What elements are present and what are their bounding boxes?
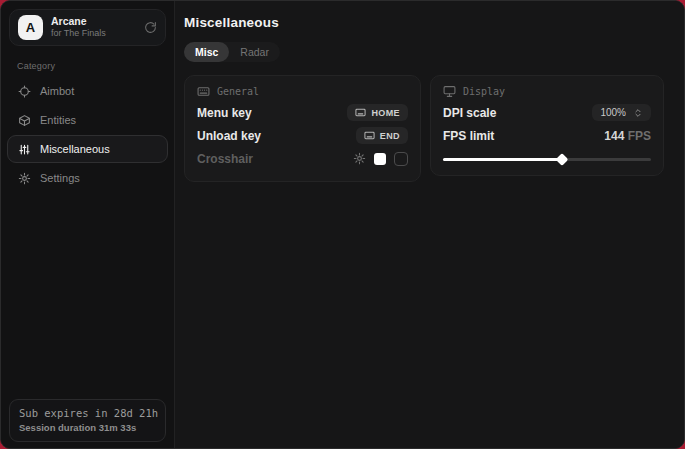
sidebar-item-label: Aimbot [40, 85, 74, 97]
tab-bar: Misc Radar [184, 42, 280, 62]
keyboard-icon [364, 130, 375, 141]
fps-limit-row: FPS limit 144 FPS [443, 124, 651, 147]
app-subtitle: for The Finals [51, 28, 106, 39]
dpi-scale-select[interactable]: 100% [592, 104, 651, 121]
crosshair-label: Crosshair [197, 152, 253, 166]
aimbot-target-icon [18, 85, 31, 98]
unload-key-label: Unload key [197, 129, 261, 143]
gear-icon [18, 172, 31, 185]
app-logo: A [18, 15, 43, 40]
general-card-header: General [197, 85, 408, 98]
fps-limit-label: FPS limit [443, 129, 494, 143]
sidebar-item-miscellaneous[interactable]: Miscellaneous [7, 135, 168, 163]
sidebar-item-aimbot[interactable]: Aimbot [7, 77, 168, 105]
display-card: Display DPI scale 100% FPS limit [430, 75, 664, 176]
crosshair-checkbox[interactable] [394, 152, 408, 166]
session-duration-text: Session duration 31m 33s [19, 422, 156, 433]
keyboard-icon [197, 85, 210, 98]
fps-unit: FPS [628, 129, 651, 143]
sidebar-item-label: Entities [40, 114, 76, 126]
slider-thumb[interactable] [555, 153, 568, 166]
tab-misc[interactable]: Misc [184, 42, 229, 62]
unload-key-row: Unload key END [197, 124, 408, 147]
category-label: Category [17, 61, 174, 71]
sliders-icon [18, 143, 31, 156]
unload-key-bind-button[interactable]: END [356, 127, 408, 144]
general-card: General Menu key HOME Unload key [184, 75, 421, 182]
slider-fill [443, 158, 562, 161]
sidebar-item-entities[interactable]: Entities [7, 106, 168, 134]
sidebar-item-label: Miscellaneous [40, 143, 110, 155]
tab-radar[interactable]: Radar [229, 42, 280, 62]
display-card-title: Display [463, 86, 505, 97]
sidebar: A Arcane for The Finals Category Aimbot [1, 1, 175, 448]
dpi-scale-value: 100% [600, 107, 626, 118]
chevrons-up-down-icon [633, 108, 643, 118]
dpi-scale-row: DPI scale 100% [443, 101, 651, 124]
page-title: Miscellaneous [184, 15, 669, 30]
crosshair-controls [353, 152, 408, 166]
cards-row: General Menu key HOME Unload key [184, 75, 669, 182]
app-meta: Arcane for The Finals [51, 15, 106, 39]
general-card-title: General [217, 86, 259, 97]
menu-key-value: HOME [371, 108, 400, 118]
crosshair-row: Crosshair [197, 147, 408, 170]
app-window: A Arcane for The Finals Category Aimbot [0, 0, 685, 449]
refresh-icon[interactable] [144, 21, 157, 34]
crosshair-color-swatch[interactable] [374, 153, 386, 165]
sidebar-nav: Aimbot Entities Miscellaneous [1, 77, 174, 192]
menu-key-bind-button[interactable]: HOME [347, 104, 408, 121]
app-header-card: A Arcane for The Finals [9, 9, 166, 46]
monitor-icon [443, 85, 456, 98]
fps-limit-slider[interactable] [443, 155, 651, 164]
sidebar-item-settings[interactable]: Settings [7, 164, 168, 192]
menu-key-row: Menu key HOME [197, 101, 408, 124]
entities-cube-icon [18, 114, 31, 127]
fps-number: 144 [604, 129, 624, 143]
unload-key-value: END [380, 131, 400, 141]
subscription-status-card: Sub expires in 28d 21h Session duration … [9, 399, 166, 442]
dpi-scale-label: DPI scale [443, 106, 496, 120]
display-card-header: Display [443, 85, 651, 98]
keyboard-icon [355, 107, 366, 118]
fps-limit-value: 144 FPS [604, 129, 651, 143]
menu-key-label: Menu key [197, 106, 252, 120]
sub-expiry-text: Sub expires in 28d 21h [19, 407, 156, 419]
sidebar-item-label: Settings [40, 172, 80, 184]
main-panel: Miscellaneous Misc Radar General Menu ke… [175, 1, 684, 448]
crosshair-settings-gear-icon[interactable] [353, 152, 366, 165]
app-name: Arcane [51, 15, 106, 28]
